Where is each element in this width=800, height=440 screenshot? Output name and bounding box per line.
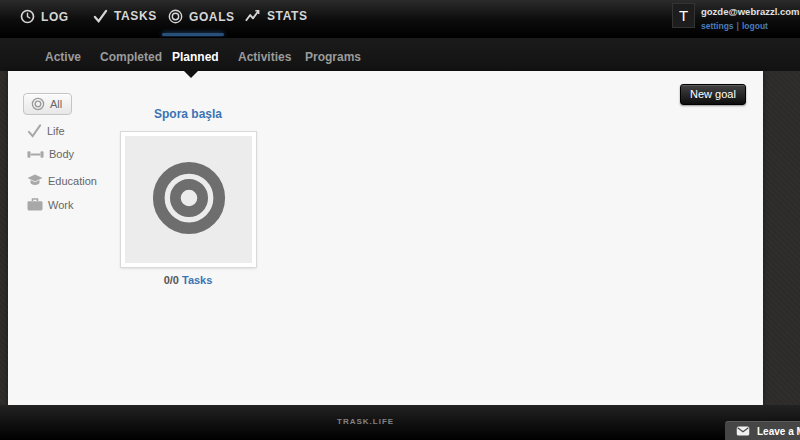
goals-sub-navigation: Active Completed Planned Activities Prog… [0,37,800,71]
logout-link[interactable]: logout [742,21,768,31]
nav-item-tasks[interactable]: TASKS [93,9,157,23]
sidebar-item-education[interactable]: Education [27,174,97,187]
nav-item-stats[interactable]: STATS [245,9,308,23]
briefcase-icon [27,198,43,211]
check-icon [27,124,42,138]
new-goal-button[interactable]: New goal [680,84,746,105]
sidebar-item-body[interactable]: Body [27,148,74,160]
tasks-count: 0/0 [164,274,179,286]
tab-activities[interactable]: Activities [238,50,291,64]
dumbbell-icon [27,149,44,160]
sidebar-item-label: Work [48,199,73,211]
goal-title-link[interactable]: Spora başla [121,107,255,121]
sidebar-item-label: All [50,98,62,110]
footer-brand: TRASK.LIFE [337,417,394,426]
target-icon [168,9,183,24]
stats-icon [245,9,261,23]
goal-tasks-line: 0/0 Tasks [121,274,255,286]
tasks-link[interactable]: Tasks [182,274,212,286]
leave-message-label: Leave a M [757,426,800,437]
tab-programs[interactable]: Programs [305,50,361,64]
active-nav-underline [162,33,224,36]
tab-planned[interactable]: Planned [172,50,219,64]
tab-active[interactable]: Active [45,50,81,64]
footer-bar: TRASK.LIFE [0,405,800,440]
nav-item-label: STATS [267,9,308,23]
tab-completed[interactable]: Completed [100,50,162,64]
check-icon [93,9,108,23]
settings-link[interactable]: settings [701,21,734,31]
graduation-cap-icon [27,174,43,187]
active-tab-caret [184,71,198,78]
nav-item-goals[interactable]: GOALS [168,9,235,24]
sidebar-item-label: Education [48,175,97,187]
bullseye-icon [150,159,228,241]
goals-content-panel: All Life Body Education Work Spora başla… [8,71,763,405]
user-links: settings|logout [701,21,768,31]
avatar[interactable]: T [672,3,695,28]
sidebar-item-life[interactable]: Life [27,124,65,138]
sidebar-item-label: Life [47,125,65,137]
leave-message-widget[interactable]: Leave a M [725,421,800,440]
nav-item-label: LOG [41,10,69,24]
user-email: gozde@webrazzl.com [701,6,799,17]
top-navigation-bar: LOG TASKS GOALS STATS T gozde@webrazzl.c… [0,0,800,37]
envelope-icon [736,426,750,436]
clock-icon [20,9,35,24]
sidebar-item-all[interactable]: All [23,93,72,115]
sidebar-item-label: Body [49,148,74,160]
target-icon [31,97,45,111]
sidebar-item-work[interactable]: Work [27,198,73,211]
nav-item-log[interactable]: LOG [20,9,69,24]
links-divider: | [737,21,739,31]
goal-card[interactable] [121,132,256,267]
nav-item-label: TASKS [114,9,157,23]
nav-item-label: GOALS [189,10,235,24]
